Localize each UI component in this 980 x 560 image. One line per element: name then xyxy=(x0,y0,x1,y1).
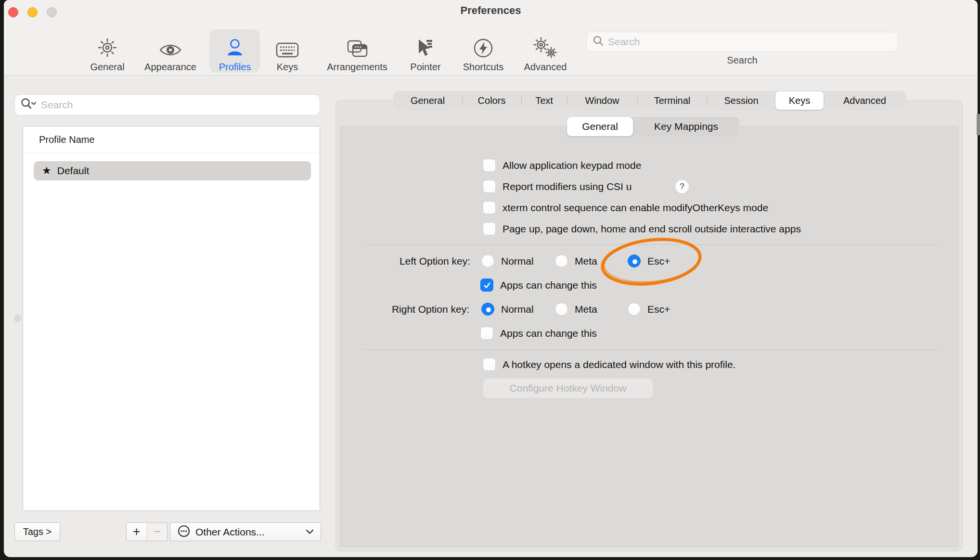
tab-divider xyxy=(521,95,522,106)
tab-session[interactable]: Session xyxy=(707,91,775,110)
radio-right-normal[interactable] xyxy=(481,303,494,316)
other-actions-dropdown[interactable]: Other Actions... xyxy=(170,522,321,541)
checkbox-keypad-mode[interactable] xyxy=(483,159,496,172)
radio-label: Meta xyxy=(575,303,597,316)
add-profile-button[interactable]: + xyxy=(127,523,147,541)
toolbar-item-advanced[interactable]: Advanced xyxy=(516,30,574,72)
radio-right-esc-group: Esc+ xyxy=(628,303,670,316)
checkbox-row: xterm control sequence can enable modify… xyxy=(483,201,768,214)
checkbox-row: Page up, page down, home and end scroll … xyxy=(483,222,801,235)
tab-general[interactable]: General xyxy=(393,91,462,110)
tab-advanced[interactable]: Advanced xyxy=(824,91,906,110)
divider xyxy=(23,153,320,153)
chevron-down-icon xyxy=(306,528,314,536)
radio-left-meta-group: Meta xyxy=(555,255,597,267)
search-icon xyxy=(593,35,604,49)
checkbox-label: Apps can change this xyxy=(500,279,597,292)
checkbox-row: Apps can change this xyxy=(480,327,597,340)
toolbar-search-input[interactable] xyxy=(608,36,892,48)
checkbox-left-apps-change[interactable] xyxy=(480,279,493,292)
tab-colors[interactable]: Colors xyxy=(462,91,521,110)
profile-list-header: Profile Name xyxy=(39,134,95,145)
subtab-general[interactable]: General xyxy=(567,117,633,136)
toolbar-item-pointer[interactable]: Pointer xyxy=(397,30,454,72)
checkbox-row: Report modifiers using CSI u xyxy=(483,180,632,193)
radio-right-normal-group: Normal xyxy=(481,303,534,316)
configure-hotkey-window-button: Configure Hotkey Window xyxy=(483,378,653,398)
bolt-icon xyxy=(473,35,494,59)
toolbar-item-label: General xyxy=(90,62,124,72)
radio-label: Normal xyxy=(501,303,534,316)
tab-terminal[interactable]: Terminal xyxy=(637,91,707,110)
tab-divider xyxy=(707,95,708,106)
window-title: Preferences xyxy=(4,4,978,17)
checkbox-csi-u[interactable] xyxy=(483,180,496,193)
splitter-handle-dot[interactable] xyxy=(14,315,22,322)
tab-divider xyxy=(567,95,567,106)
toolbar-item-shortcuts[interactable]: Shortcuts xyxy=(454,30,512,72)
keys-general-pane xyxy=(340,126,958,547)
checkbox-label: Report modifiers using CSI u xyxy=(503,180,632,193)
keyboard-icon xyxy=(276,35,299,59)
checkbox-label: A hotkey opens a dedicated window with t… xyxy=(503,358,735,371)
annotation-ellipse xyxy=(596,235,707,289)
toolbar-item-appearance[interactable]: Appearance xyxy=(137,30,204,72)
toolbar-item-label: Advanced xyxy=(524,62,567,72)
windows-icon xyxy=(346,35,369,59)
profile-name: Default xyxy=(57,165,90,177)
radio-left-normal[interactable] xyxy=(481,255,494,267)
remove-profile-button: − xyxy=(147,523,168,541)
profile-tab-bar: General Colors Text Window Terminal Sess… xyxy=(393,91,906,110)
help-button[interactable]: ? xyxy=(675,179,689,194)
toolbar-item-arrangements[interactable]: Arrangements xyxy=(316,30,398,72)
toolbar-item-label: Profiles xyxy=(219,62,251,72)
checkbox-page-scroll[interactable] xyxy=(483,222,496,235)
profile-row-default[interactable]: ★ Default xyxy=(34,161,311,180)
right-option-key-label: Right Option key: xyxy=(337,303,469,316)
tab-text[interactable]: Text xyxy=(521,91,567,110)
tab-keys[interactable]: Keys xyxy=(775,91,824,110)
toolbar-item-general[interactable]: General xyxy=(78,30,136,72)
checkbox-label: Apps can change this xyxy=(500,327,597,340)
search-scope-icon xyxy=(21,98,37,112)
toolbar-item-label: Appearance xyxy=(144,62,196,72)
checkbox-label: xterm control sequence can enable modify… xyxy=(503,201,768,214)
gears-icon xyxy=(533,35,558,59)
radio-right-esc[interactable] xyxy=(628,303,641,316)
profile-search-input[interactable] xyxy=(41,99,314,111)
left-option-key-label: Left Option key: xyxy=(337,255,470,267)
radio-right-meta-group: Meta xyxy=(555,303,597,316)
checkbox-hotkey-window[interactable] xyxy=(483,358,496,371)
tags-button-label: Tags > xyxy=(23,526,52,537)
circle-ellipsis-icon xyxy=(177,524,191,540)
checkbox-modifyotherkeys[interactable] xyxy=(483,201,496,214)
toolbar-item-label: Pointer xyxy=(410,62,440,72)
checkbox-row: Apps can change this xyxy=(480,279,597,292)
toolbar-search-field[interactable] xyxy=(586,32,898,52)
checkbox-label: Allow application keypad mode xyxy=(503,159,641,172)
radio-label: Meta xyxy=(575,255,597,267)
toolbar-item-label: Keys xyxy=(277,62,298,72)
profile-search-field[interactable] xyxy=(14,94,320,115)
tab-divider xyxy=(637,95,638,106)
divider xyxy=(363,349,940,350)
keys-subtab-bar: General Key Mappings xyxy=(567,117,739,136)
tags-button[interactable]: Tags > xyxy=(14,522,60,541)
toolbar-item-label: Shortcuts xyxy=(463,62,503,72)
radio-right-meta[interactable] xyxy=(555,303,568,316)
checkmark-icon xyxy=(483,281,491,290)
tab-window[interactable]: Window xyxy=(567,91,637,110)
profile-list: Profile Name ★ Default xyxy=(23,126,320,511)
background-scrollbar-thumb xyxy=(977,114,980,135)
eye-icon xyxy=(158,35,182,59)
cursor-icon xyxy=(415,35,436,59)
toolbar-item-keys[interactable]: Keys xyxy=(258,30,316,72)
subtab-key-mappings[interactable]: Key Mappings xyxy=(633,117,739,136)
checkbox-right-apps-change[interactable] xyxy=(480,327,493,340)
person-icon xyxy=(224,35,246,59)
add-remove-group: + − xyxy=(126,522,168,541)
radio-left-meta[interactable] xyxy=(555,255,568,267)
toolbar-item-profiles[interactable]: Profiles xyxy=(206,30,264,72)
checkbox-row: A hotkey opens a dedicated window with t… xyxy=(483,358,735,371)
checkbox-row: Allow application keypad mode xyxy=(483,159,641,172)
